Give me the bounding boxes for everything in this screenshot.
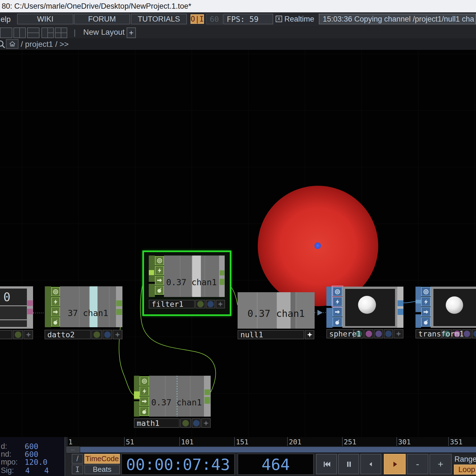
cook-bomb-icon[interactable] — [51, 317, 60, 327]
datto2-output-connector-2[interactable] — [116, 309, 122, 315]
midi-oi-badge[interactable]: O|I — [191, 14, 204, 24]
filter1-star-flag[interactable] — [216, 300, 225, 308]
frame-display[interactable]: 464 — [238, 454, 314, 475]
math1-star-flag[interactable] — [201, 418, 211, 428]
bypass-icon[interactable] — [155, 266, 164, 275]
dat-flag-dot[interactable] — [13, 330, 23, 339]
rewind-button[interactable] — [316, 454, 337, 474]
cook-bomb-icon[interactable] — [333, 317, 342, 327]
export-arrow-icon[interactable] — [155, 276, 164, 285]
datto2-flag-column[interactable] — [45, 286, 51, 327]
bypass-icon[interactable] — [140, 386, 149, 396]
math1-input-connector[interactable] — [134, 391, 140, 399]
layout-preset-three-pane[interactable] — [41, 27, 54, 38]
range-handle[interactable]: ⋯ — [66, 447, 80, 453]
viewer-icon[interactable] — [140, 376, 149, 386]
filter1-output-connector-1[interactable] — [220, 270, 224, 275]
transform1-name-strip[interactable]: transform1 — [415, 329, 442, 338]
datto2-flag-dot-blue[interactable] — [103, 330, 112, 339]
sphere1-flag-dot-purple[interactable] — [374, 329, 383, 338]
sphere1-output-connector-2[interactable] — [398, 309, 403, 315]
datto2-star-flag[interactable] — [113, 330, 122, 339]
realtime-checkbox[interactable]: X — [276, 16, 282, 22]
sphere1-output-connector-1[interactable] — [398, 300, 403, 306]
bypass-icon[interactable] — [421, 297, 431, 307]
filter1-flag-dot-blue[interactable] — [206, 300, 215, 308]
transform1-flag-column-bottom[interactable] — [415, 314, 421, 328]
layout-preset-two-horizontal[interactable] — [27, 27, 40, 38]
filter1-flag-column[interactable] — [149, 256, 155, 297]
transform1-input-connector[interactable] — [415, 300, 421, 303]
viewer-icon[interactable] — [51, 287, 60, 296]
breadcrumb[interactable]: / project1 / >> — [21, 40, 69, 49]
node-math1[interactable]: 0.37 chan1 — [134, 375, 211, 417]
network-editor[interactable]: 0 37 chan1 — [0, 50, 476, 437]
step-back-frame-button[interactable]: - — [407, 454, 428, 474]
filter1-input-connector[interactable] — [149, 270, 154, 275]
math1-flag-dot-green[interactable] — [180, 418, 191, 428]
cook-bomb-icon[interactable] — [140, 407, 149, 416]
fps-target[interactable]: 60 — [206, 14, 223, 24]
dat-star-flag[interactable] — [24, 330, 33, 339]
play-button[interactable] — [384, 454, 406, 474]
export-arrow-icon[interactable] — [421, 307, 431, 317]
search-icon[interactable] — [0, 40, 6, 49]
math1-name-strip[interactable]: math1 — [134, 418, 180, 428]
node-filter1[interactable]: 0.37 chan1 — [149, 256, 225, 297]
menu-help[interactable]: elp — [1, 15, 11, 24]
pause-button[interactable] — [338, 454, 359, 474]
cook-bomb-icon[interactable] — [155, 285, 164, 295]
timecode-display[interactable]: 00:00:07:43 — [121, 454, 235, 475]
node-null1[interactable]: 0.37 chan1 — [238, 292, 315, 329]
menu-wiki-button[interactable]: WIKI — [17, 14, 73, 24]
sphere1-star-flag[interactable] — [394, 329, 403, 338]
export-arrow-icon[interactable] — [140, 396, 149, 406]
transform1-flag-dot-blue[interactable] — [472, 329, 476, 338]
null1-star-flag[interactable] — [305, 330, 314, 339]
node-sphere1[interactable] — [326, 286, 403, 328]
sphere1-name-strip[interactable]: sphere1 — [326, 329, 354, 338]
transform1-flag-column-top[interactable] — [415, 287, 421, 312]
transform1-viewport[interactable] — [433, 289, 476, 326]
dat-output-connector-1[interactable] — [27, 300, 33, 306]
beats-mode-button[interactable]: Beats — [84, 465, 120, 474]
cook-bomb-icon[interactable] — [421, 317, 431, 327]
export-arrow-icon[interactable] — [333, 307, 342, 317]
viewer-icon[interactable] — [421, 287, 431, 296]
sphere1-flag-dot-magenta[interactable] — [364, 329, 373, 338]
loop-button[interactable]: Loop — [454, 465, 476, 475]
dat-output-connector-2[interactable] — [27, 309, 33, 314]
datto2-flag-dot-green[interactable] — [91, 330, 102, 339]
node-transform1[interactable] — [415, 286, 476, 328]
layout-preset-two-vertical[interactable] — [13, 27, 26, 38]
sphere1-flag-column-bottom[interactable] — [326, 308, 333, 328]
new-layout-label[interactable]: New Layout — [83, 28, 125, 37]
filter1-output-connector-2[interactable] — [220, 279, 224, 285]
timeline-ruler[interactable]: 1 51 101 151 201 251 301 351 — [66, 437, 476, 446]
step-forward-frame-button[interactable]: + — [429, 454, 452, 474]
play-reverse-button[interactable] — [360, 454, 381, 474]
dat-name-strip[interactable] — [0, 330, 12, 339]
timecode-mode-button[interactable]: TimeCode — [84, 454, 120, 464]
home-button[interactable] — [6, 39, 18, 49]
sphere1-flag-dot-blue[interactable] — [384, 329, 393, 338]
null1-name-strip[interactable]: null1 — [238, 330, 304, 339]
add-layout-button[interactable]: + — [127, 27, 136, 38]
export-arrow-icon[interactable] — [51, 307, 60, 317]
math1-output-connector-1[interactable] — [205, 389, 210, 395]
units-insert-button[interactable]: I — [72, 465, 83, 474]
viewer-icon[interactable] — [155, 256, 164, 265]
menu-forum-button[interactable]: FORUM — [74, 14, 130, 24]
math1-output-connector-2[interactable] — [205, 397, 210, 404]
menu-tutorials-button[interactable]: TUTORIALS — [131, 14, 187, 24]
filter1-body[interactable]: 0.37 chan1 — [164, 256, 219, 297]
datto2-body[interactable]: 37 chan1 — [60, 286, 116, 327]
datto2-output-connector-1[interactable] — [116, 300, 122, 306]
units-frames-button[interactable]: / — [72, 454, 83, 464]
filter1-name-strip[interactable]: filter1 — [149, 300, 195, 308]
layout-preset-single[interactable] — [0, 27, 12, 38]
layout-preset-grid[interactable] — [55, 27, 67, 38]
range-bar[interactable] — [80, 447, 476, 452]
fps-display[interactable]: FPS: 59 — [223, 14, 273, 24]
math1-flag-dot-blue[interactable] — [192, 418, 201, 428]
